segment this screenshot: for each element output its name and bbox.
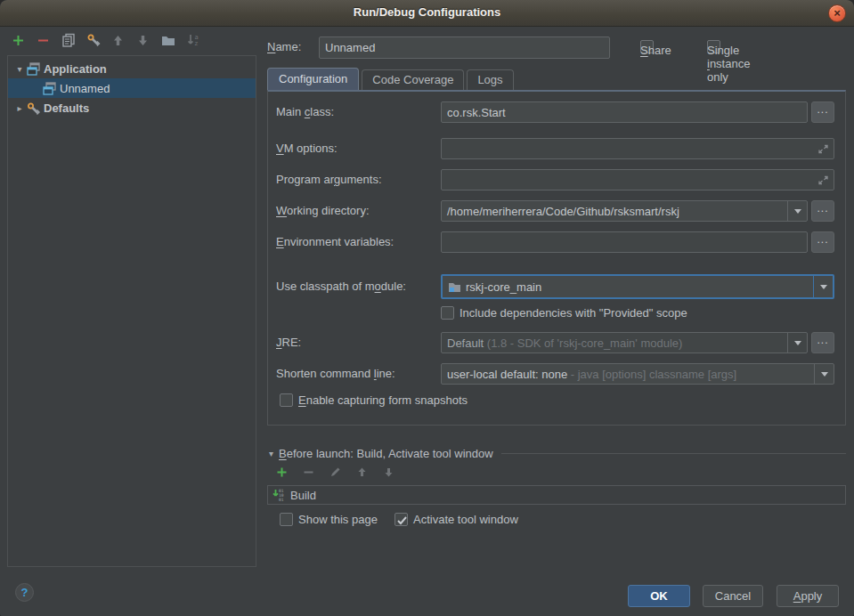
single-instance-checkbox-row: Single instance only	[707, 40, 720, 53]
name-row: Name: Unnamed Share Single instance only	[267, 36, 848, 59]
move-up-button[interactable]	[110, 34, 126, 49]
expand-field-icon[interactable]	[817, 143, 829, 158]
before-launch-move-down-button[interactable]	[381, 466, 396, 481]
classpath-module-combobox[interactable]: rskj-core_main	[441, 274, 834, 299]
application-icon	[42, 82, 57, 95]
shorten-command-line-label: Shorten command line:	[276, 367, 395, 380]
before-launch-task-build[interactable]: 011001 Build	[267, 485, 846, 505]
remove-configuration-button[interactable]	[36, 34, 51, 49]
add-configuration-button[interactable]	[11, 34, 26, 49]
working-directory-row: Working directory: /home/meriherrera/Cod…	[267, 200, 846, 222]
cancel-button[interactable]: Cancel	[703, 585, 763, 607]
tab-code-coverage[interactable]: Code Coverage	[362, 69, 464, 90]
build-task-label: Build	[290, 489, 316, 502]
tree-node-label: Application	[44, 62, 107, 76]
environment-variables-row: Environment variables: ...	[267, 231, 846, 253]
environment-variables-input[interactable]	[441, 231, 808, 253]
dropdown-arrow-icon	[820, 285, 827, 289]
configurations-toolbar: az	[11, 34, 200, 49]
help-icon: ?	[21, 586, 28, 599]
minus-icon	[303, 466, 314, 481]
shorten-command-line-dropdown[interactable]	[814, 364, 834, 384]
svg-text:z: z	[194, 40, 198, 47]
close-icon: ×	[834, 7, 841, 19]
main-class-input[interactable]: co.rsk.Start	[441, 101, 808, 123]
before-launch-header[interactable]: ▾ Before launch: Build, Activate tool wi…	[269, 445, 846, 461]
configurations-tree: ▾ Application Unnamed ▸ Defaults	[7, 55, 256, 567]
copy-configuration-button[interactable]	[61, 34, 76, 49]
before-launch-toolbar	[274, 466, 396, 481]
svg-text:01: 01	[279, 498, 284, 502]
activate-tool-window-label: Activate tool window	[413, 513, 518, 526]
environment-variables-label: Environment variables:	[276, 235, 394, 248]
include-provided-checkbox[interactable]	[441, 306, 454, 320]
configuration-editor: Name: Unnamed Share Single instance only…	[267, 27, 848, 616]
sort-configurations-button[interactable]: az	[185, 34, 200, 49]
working-directory-label: Working directory:	[276, 204, 370, 217]
enable-capturing-row: Enable capturing form snapshots	[280, 393, 468, 407]
expand-field-icon[interactable]	[817, 174, 829, 189]
dropdown-arrow-icon	[794, 209, 801, 214]
arrow-up-icon	[111, 34, 125, 50]
arrow-down-icon	[383, 466, 394, 481]
tree-node-defaults[interactable]: ▸ Defaults	[8, 98, 256, 118]
show-this-page-row: Show this page	[280, 513, 378, 526]
jre-browse-button[interactable]: ...	[811, 332, 834, 353]
tree-collapsed-icon[interactable]: ▸	[13, 103, 26, 113]
before-launch-move-up-button[interactable]	[354, 466, 370, 481]
show-this-page-label: Show this page	[298, 513, 378, 526]
section-divider	[501, 453, 846, 454]
edit-defaults-button[interactable]	[85, 34, 101, 49]
shorten-command-line-combobox[interactable]: user-local default: none - java [options…	[441, 363, 834, 385]
classpath-module-row: Use classpath of module: rskj-core_main	[267, 274, 846, 299]
before-launch-title: Before launch: Build, Activate tool wind…	[279, 447, 493, 460]
editor-tabs: Configuration Code Coverage Logs	[267, 69, 516, 90]
before-launch-add-button[interactable]	[274, 466, 289, 481]
dropdown-arrow-icon	[794, 341, 801, 345]
activate-tool-window-checkbox[interactable]	[394, 513, 408, 526]
application-icon	[26, 62, 41, 76]
main-class-browse-button[interactable]: ...	[811, 101, 834, 123]
jre-dropdown[interactable]	[787, 333, 807, 353]
main-class-label: Main class:	[276, 105, 334, 118]
include-provided-row: Include dependencies with "Provided" sco…	[441, 306, 687, 320]
section-expanded-icon[interactable]: ▾	[269, 449, 273, 458]
activate-tool-window-row: Activate tool window	[394, 513, 518, 526]
pencil-icon	[329, 466, 341, 481]
tree-node-unnamed-selected[interactable]: Unnamed	[8, 78, 256, 98]
vm-options-input[interactable]	[441, 138, 834, 159]
working-directory-dropdown[interactable]	[787, 201, 807, 221]
tab-configuration[interactable]: Configuration	[267, 68, 359, 90]
tab-logs[interactable]: Logs	[467, 69, 513, 90]
run-debug-configurations-dialog: Run/Debug Configurations × az	[0, 0, 854, 616]
include-provided-label: Include dependencies with "Provided" sco…	[460, 306, 687, 320]
close-button[interactable]: ×	[828, 4, 846, 22]
working-directory-input[interactable]: /home/meriherrera/Code/Github/rsksmart/r…	[441, 200, 808, 222]
classpath-module-dropdown[interactable]	[813, 276, 833, 297]
enable-capturing-checkbox[interactable]	[280, 393, 293, 407]
working-directory-browse-button[interactable]: ...	[811, 200, 834, 222]
ok-button[interactable]: OK	[628, 585, 690, 607]
environment-variables-browse-button[interactable]: ...	[811, 231, 834, 253]
tree-expanded-icon[interactable]: ▾	[13, 64, 26, 74]
plus-icon	[276, 466, 288, 481]
show-this-page-checkbox[interactable]	[280, 513, 293, 526]
vm-options-label: VM options:	[276, 142, 338, 155]
apply-button[interactable]: Apply	[777, 585, 839, 607]
program-arguments-row: Program arguments:	[267, 169, 846, 190]
jre-combobox[interactable]: Default (1.8 - SDK of 'rskj-core_main' m…	[441, 332, 808, 353]
new-folder-button[interactable]	[160, 34, 175, 49]
titlebar[interactable]: Run/Debug Configurations ×	[0, 0, 854, 27]
help-button[interactable]: ?	[15, 583, 34, 602]
before-launch-edit-button[interactable]	[328, 466, 343, 481]
module-icon	[448, 280, 461, 293]
single-instance-label: Single instance only	[707, 44, 750, 84]
move-down-button[interactable]	[135, 34, 150, 49]
arrow-up-icon	[356, 466, 368, 481]
name-input[interactable]: Unnamed	[319, 36, 610, 59]
tree-node-application[interactable]: ▾ Application	[8, 59, 256, 78]
sort-az-icon: az	[186, 33, 200, 50]
window-title: Run/Debug Configurations	[0, 5, 854, 19]
before-launch-remove-button[interactable]	[301, 466, 316, 481]
program-arguments-input[interactable]	[441, 169, 834, 190]
